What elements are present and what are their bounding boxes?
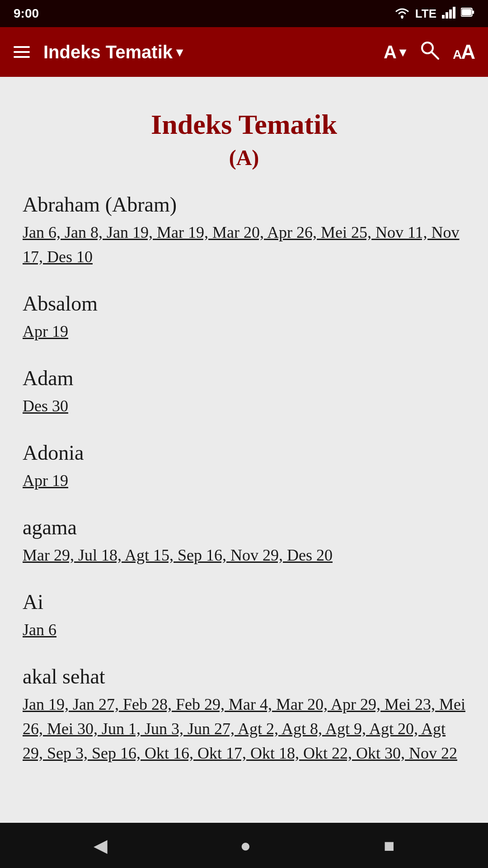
- status-icons: LTE: [394, 6, 474, 22]
- app-bar-title-text: Indeks Tematik: [43, 42, 173, 62]
- index-entry: AdoniaApr 19: [23, 441, 465, 493]
- title-dropdown-arrow: ▾: [176, 45, 183, 60]
- entry-name: Abraham (Abram): [23, 193, 465, 217]
- index-entry: agamaMar 29, Jul 18, Agt 15, Sep 16, Nov…: [23, 515, 465, 567]
- bottom-nav: ◀ ● ■: [0, 823, 488, 868]
- svg-point-0: [401, 15, 404, 18]
- back-button[interactable]: ◀: [80, 830, 121, 861]
- recent-button[interactable]: ■: [370, 830, 408, 861]
- svg-rect-2: [446, 12, 448, 19]
- entry-dates[interactable]: Apr 19: [23, 319, 465, 344]
- svg-rect-1: [442, 15, 445, 19]
- letter-label: A: [384, 42, 397, 62]
- signal-icon: [442, 6, 455, 22]
- index-entry: akal sehatJan 19, Jan 27, Feb 28, Feb 29…: [23, 665, 465, 765]
- letter-dropdown-arrow: ▾: [399, 45, 406, 60]
- status-bar: 9:00 LTE: [0, 0, 488, 27]
- index-entry: AbsalomApr 19: [23, 292, 465, 344]
- search-icon[interactable]: [419, 40, 439, 64]
- index-entry: Abraham (Abram)Jan 6, Jan 8, Jan 19, Mar…: [23, 193, 465, 269]
- entry-dates[interactable]: Apr 19: [23, 468, 465, 493]
- home-button[interactable]: ●: [226, 830, 264, 861]
- entry-name: Absalom: [23, 292, 465, 316]
- app-bar-title-group[interactable]: Indeks Tematik ▾: [43, 42, 370, 62]
- entry-dates[interactable]: Jan 19, Jan 27, Feb 28, Feb 29, Mar 4, M…: [23, 692, 465, 765]
- entry-name: Adam: [23, 366, 465, 390]
- font-size-icon[interactable]: AA: [453, 41, 474, 63]
- menu-button[interactable]: [14, 46, 30, 58]
- entry-dates[interactable]: Mar 29, Jul 18, Agt 15, Sep 16, Nov 29, …: [23, 543, 465, 567]
- entry-dates[interactable]: Jan 6: [23, 618, 465, 642]
- app-bar-icons: AA: [419, 40, 474, 64]
- entry-name: Ai: [23, 590, 465, 614]
- index-entry: AdamDes 30: [23, 366, 465, 418]
- app-bar: Indeks Tematik ▾ A ▾ AA: [0, 27, 488, 77]
- main-content: Indeks Tematik (A) Abraham (Abram)Jan 6,…: [0, 77, 488, 823]
- entry-dates[interactable]: Jan 6, Jan 8, Jan 19, Mar 19, Mar 20, Ap…: [23, 220, 465, 269]
- svg-point-8: [422, 42, 433, 53]
- wifi-icon: [394, 6, 410, 22]
- entry-name: akal sehat: [23, 665, 465, 689]
- entry-name: Adonia: [23, 441, 465, 465]
- entry-name: agama: [23, 515, 465, 539]
- battery-icon: [461, 6, 474, 21]
- status-time: 9:00: [14, 6, 39, 21]
- svg-rect-7: [462, 9, 471, 15]
- svg-rect-6: [472, 10, 474, 14]
- page-title: Indeks Tematik: [23, 108, 465, 141]
- svg-rect-4: [453, 7, 455, 19]
- svg-rect-3: [449, 9, 452, 19]
- entry-dates[interactable]: Des 30: [23, 394, 465, 418]
- index-list: Abraham (Abram)Jan 6, Jan 8, Jan 19, Mar…: [23, 193, 465, 765]
- letter-selector[interactable]: A ▾: [384, 42, 406, 62]
- page-subtitle: (A): [23, 145, 465, 170]
- index-entry: AiJan 6: [23, 590, 465, 642]
- svg-line-9: [432, 52, 438, 59]
- network-label: LTE: [415, 7, 436, 21]
